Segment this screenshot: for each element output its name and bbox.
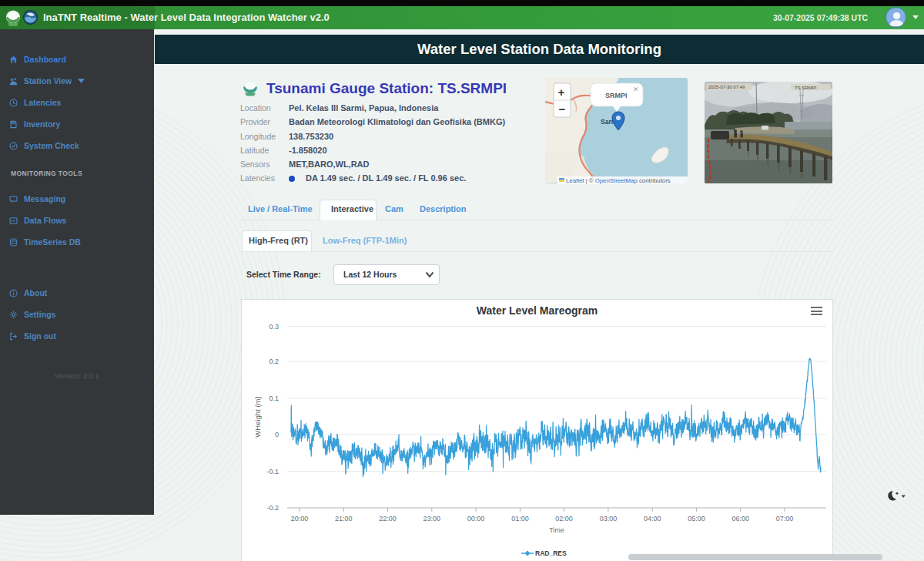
svg-text:Time: Time	[549, 526, 564, 534]
svg-text:RAD_RES: RAD_RES	[535, 549, 567, 557]
svg-text:00:00: 00:00	[467, 515, 485, 522]
svg-text:05:00: 05:00	[688, 515, 705, 522]
svg-text:03:00: 03:00	[600, 515, 618, 522]
svg-text:0: 0	[275, 431, 279, 438]
svg-text:0.3: 0.3	[269, 323, 279, 331]
svg-text:21:00: 21:00	[335, 515, 353, 522]
svg-text:04:00: 04:00	[644, 515, 661, 522]
svg-text:-0.2: -0.2	[266, 504, 279, 512]
svg-text:0.1: 0.1	[269, 395, 279, 402]
svg-text:0.2: 0.2	[269, 358, 279, 365]
svg-text:20:00: 20:00	[291, 515, 309, 522]
svg-text:07:00: 07:00	[776, 515, 794, 522]
svg-text:23:00: 23:00	[424, 515, 441, 522]
svg-text:01:00: 01:00	[511, 515, 529, 522]
svg-text:02:00: 02:00	[555, 515, 573, 522]
svg-text:06:00: 06:00	[732, 515, 749, 522]
svg-text:22:00: 22:00	[379, 515, 397, 522]
svg-text:WHeight (m): WHeight (m)	[253, 396, 262, 437]
svg-text:-0.1: -0.1	[266, 468, 279, 475]
